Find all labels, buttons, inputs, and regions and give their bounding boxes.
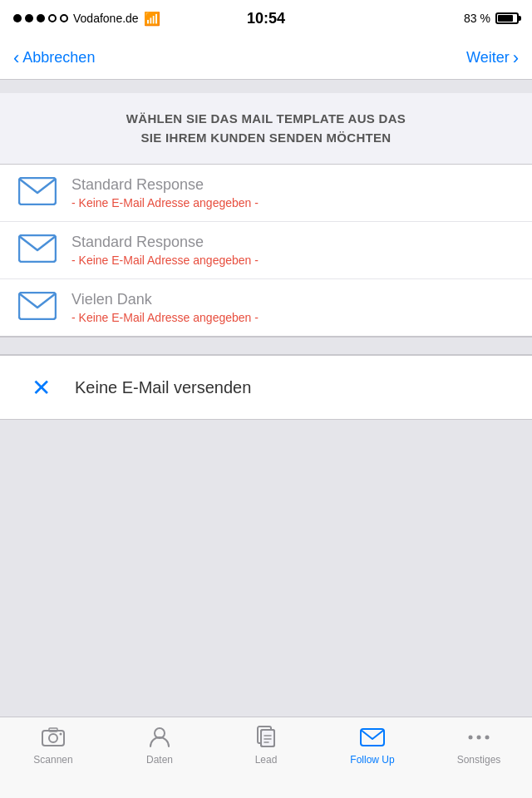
forward-button[interactable]: Weiter › (466, 47, 519, 69)
template-item-0-text: Standard Response - Keine E-Mail Adresse… (71, 176, 515, 209)
template-item-1-title: Standard Response (71, 234, 515, 251)
x-icon: ✕ (20, 371, 62, 404)
template-item-2-title: Vielen Dank (71, 291, 515, 308)
back-chevron-icon: ‹ (13, 47, 19, 69)
svg-rect-14 (361, 729, 384, 746)
mid-separator (0, 337, 532, 355)
camera-icon (40, 724, 66, 751)
mail-active-icon (359, 724, 386, 751)
status-left: Vodafone.de 📶 (13, 11, 160, 27)
back-button[interactable]: ‹ Abbrechen (13, 47, 95, 69)
tab-lead-label: Lead (255, 754, 278, 766)
header-line1: WÄHLEN SIE DAS MAIL TEMPLATE AUS DAS (20, 110, 512, 129)
status-time: 10:54 (247, 10, 285, 27)
template-item-0-title: Standard Response (71, 176, 515, 194)
tab-sonstiges-label: Sonstiges (457, 754, 501, 766)
tab-sonstiges[interactable]: Sonstiges (426, 724, 532, 766)
status-right: 83 % (464, 12, 519, 25)
svg-point-17 (485, 736, 490, 740)
svg-point-4 (49, 734, 57, 742)
template-list: Standard Response - Keine E-Mail Adresse… (0, 164, 532, 337)
carrier-name: Vodafone.de (73, 12, 139, 25)
nav-bar: ‹ Abbrechen Weiter › (0, 37, 532, 80)
template-item-2-subtitle: - Keine E-Mail Adresse angegeben - (71, 311, 515, 324)
dots-icon (466, 724, 492, 751)
status-bar: Vodafone.de 📶 10:54 83 % (0, 0, 532, 37)
template-item-0[interactable]: Standard Response - Keine E-Mail Adresse… (0, 165, 532, 222)
header-line2: SIE IHREM KUNDEN SENDEN MÖCHTEN (20, 129, 512, 148)
svg-point-6 (60, 733, 62, 736)
mail-icon-1 (17, 234, 58, 267)
signal-strength (13, 14, 68, 22)
tab-scannen[interactable]: Scannen (0, 724, 106, 766)
tab-followup-label: Follow Up (350, 754, 394, 766)
tab-scannen-label: Scannen (33, 754, 72, 766)
tab-bar: Scannen Daten (0, 717, 532, 798)
svg-rect-9 (261, 730, 274, 746)
forward-label: Weiter (466, 49, 510, 66)
template-header: WÄHLEN SIE DAS MAIL TEMPLATE AUS DAS SIE… (0, 93, 532, 164)
tab-daten-label: Daten (146, 754, 173, 766)
no-email-item[interactable]: ✕ Keine E-Mail versenden (0, 356, 532, 419)
wifi-icon: 📶 (144, 11, 160, 27)
bottom-spacer (0, 420, 532, 717)
tab-daten[interactable]: Daten (106, 724, 213, 766)
back-label: Abbrechen (22, 49, 95, 66)
mail-icon-0 (17, 176, 58, 209)
tab-lead[interactable]: Lead (213, 724, 319, 766)
template-item-1[interactable]: Standard Response - Keine E-Mail Adresse… (0, 222, 532, 279)
battery-percent: 83 % (464, 12, 490, 25)
no-email-section: ✕ Keine E-Mail versenden (0, 355, 532, 420)
template-item-1-subtitle: - Keine E-Mail Adresse angegeben - (71, 254, 515, 267)
tab-followup[interactable]: Follow Up (319, 724, 426, 766)
no-email-label: Keine E-Mail versenden (75, 378, 251, 397)
top-separator (0, 80, 532, 93)
svg-point-15 (469, 736, 473, 740)
template-item-2-text: Vielen Dank - Keine E-Mail Adresse angeg… (71, 291, 515, 324)
svg-point-16 (477, 736, 481, 740)
template-item-1-text: Standard Response - Keine E-Mail Adresse… (71, 234, 515, 267)
forward-chevron-icon: › (513, 47, 519, 69)
doc-icon (253, 724, 279, 751)
person-icon (146, 724, 173, 751)
mail-icon-2 (17, 291, 58, 324)
template-item-2[interactable]: Vielen Dank - Keine E-Mail Adresse angeg… (0, 279, 532, 336)
template-item-0-subtitle: - Keine E-Mail Adresse angegeben - (71, 196, 515, 209)
battery-icon (495, 12, 519, 24)
